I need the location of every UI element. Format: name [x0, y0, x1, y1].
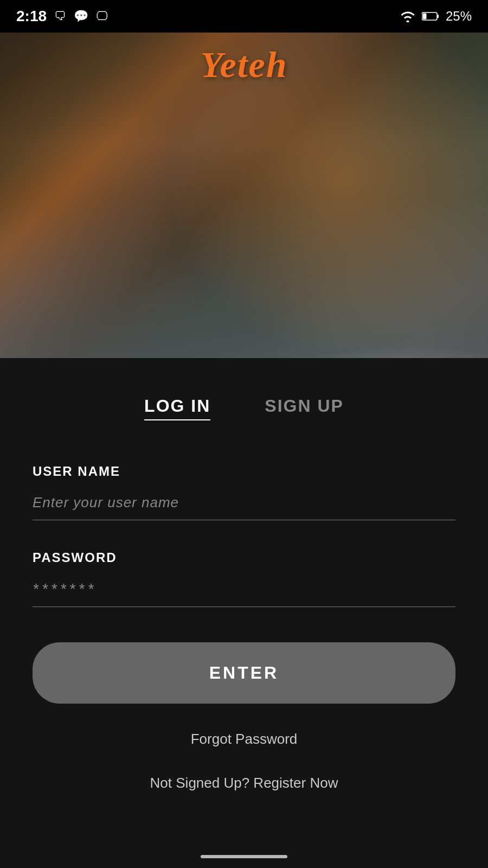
- message-icon: 🗨: [54, 9, 66, 23]
- tab-signup[interactable]: SIGN UP: [265, 396, 344, 420]
- login-form: USER NAME PASSWORD ENTER Forgot Password…: [33, 442, 455, 868]
- forgot-password-link[interactable]: Forgot Password: [33, 731, 455, 748]
- tab-login[interactable]: LOG IN: [144, 396, 210, 420]
- whatsapp-icon: 💬: [74, 9, 88, 23]
- password-label: PASSWORD: [33, 550, 455, 565]
- svg-rect-1: [422, 14, 426, 20]
- username-input[interactable]: [33, 489, 455, 520]
- app-logo: Yeteh: [200, 43, 287, 86]
- hero-section: Yeteh: [0, 0, 488, 358]
- content-panel: LOG IN SIGN UP USER NAME PASSWORD ENTER …: [0, 358, 488, 868]
- svg-rect-2: [437, 15, 439, 18]
- home-indicator: [201, 855, 287, 858]
- status-time: 2:18: [16, 8, 47, 25]
- password-input[interactable]: [33, 575, 455, 607]
- battery-percentage: 25%: [446, 9, 472, 24]
- status-left: 2:18 🗨 💬 🖵: [16, 8, 108, 25]
- enter-button[interactable]: ENTER: [33, 642, 455, 704]
- status-bar: 2:18 🗨 💬 🖵 25%: [0, 0, 488, 33]
- auth-tabs: LOG IN SIGN UP: [33, 358, 455, 442]
- wifi-icon: [400, 10, 415, 22]
- screen-icon: 🖵: [96, 9, 108, 23]
- username-label: USER NAME: [33, 464, 455, 479]
- battery-icon: [422, 11, 439, 21]
- status-right: 25%: [400, 9, 472, 24]
- register-now-link[interactable]: Not Signed Up? Register Now: [33, 775, 455, 792]
